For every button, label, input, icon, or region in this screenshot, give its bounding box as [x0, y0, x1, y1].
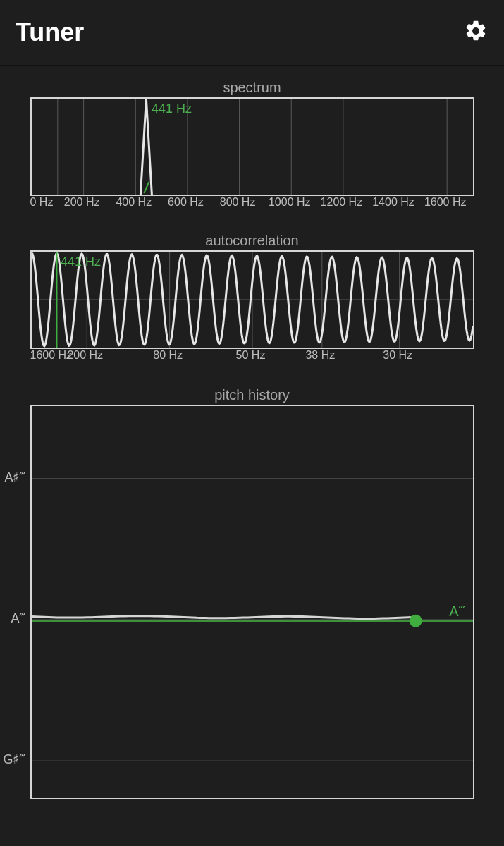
- settings-button[interactable]: [462, 18, 490, 47]
- spectrum-peak-label: 441 Hz: [152, 102, 192, 116]
- spectrum-tick: 1200 Hz: [321, 196, 363, 209]
- pitch-history-title: pitch history: [30, 387, 474, 403]
- pitch-y-tick: A♯‴: [4, 470, 25, 485]
- pitch-y-tick: G♯‴: [3, 752, 25, 767]
- spectrum-tick: 0 Hz: [30, 196, 54, 209]
- spectrum-tick: 600 Hz: [168, 196, 204, 209]
- gear-icon: [464, 19, 488, 46]
- autocorrelation-tick: 200 Hz: [67, 349, 103, 362]
- spectrum-tick: 400 Hz: [116, 196, 152, 209]
- svg-point-21: [409, 615, 422, 627]
- autocorrelation-tick: 80 Hz: [153, 349, 183, 362]
- autocorrelation-chart[interactable]: 441 Hz: [30, 250, 474, 349]
- spectrum-tick: 200 Hz: [64, 196, 100, 209]
- spectrum-tick: 1600 Hz: [424, 196, 467, 209]
- spectrum-title: spectrum: [30, 80, 474, 96]
- spectrum-tick: 800 Hz: [220, 196, 256, 209]
- spectrum-chart[interactable]: 441 Hz: [30, 97, 474, 196]
- pitch-current-note-label: A‴: [449, 603, 465, 620]
- autocorrelation-marker-label: 441 Hz: [61, 255, 101, 269]
- autocorrelation-tick: 50 Hz: [236, 349, 266, 362]
- autocorrelation-tick: 38 Hz: [305, 349, 335, 362]
- autocorrelation-title: autocorrelation: [30, 233, 474, 249]
- spectrum-x-axis: 0 Hz200 Hz400 Hz600 Hz800 Hz1000 Hz1200 …: [30, 196, 474, 212]
- spectrum-tick: 1400 Hz: [372, 196, 414, 209]
- spectrum-tick: 1000 Hz: [269, 196, 311, 209]
- app-title: Tuner: [16, 18, 84, 47]
- spectrum-section: spectrum 441 Hz 0 Hz200 Hz400 Hz600 Hz80…: [30, 80, 474, 212]
- app-header: Tuner: [0, 0, 504, 66]
- autocorrelation-section: autocorrelation 441 Hz 1600 Hz200 Hz80 H…: [30, 233, 474, 364]
- svg-line-9: [144, 182, 149, 193]
- autocorrelation-tick: 30 Hz: [383, 349, 412, 362]
- pitch-y-tick: A‴: [11, 611, 25, 626]
- pitch-history-section: pitch history A‴: [30, 387, 474, 799]
- autocorrelation-x-axis: 1600 Hz200 Hz80 Hz50 Hz38 Hz30 Hz: [30, 349, 474, 364]
- pitch-history-chart[interactable]: A‴: [30, 405, 474, 799]
- autocorrelation-tick: 1600 Hz: [30, 349, 73, 362]
